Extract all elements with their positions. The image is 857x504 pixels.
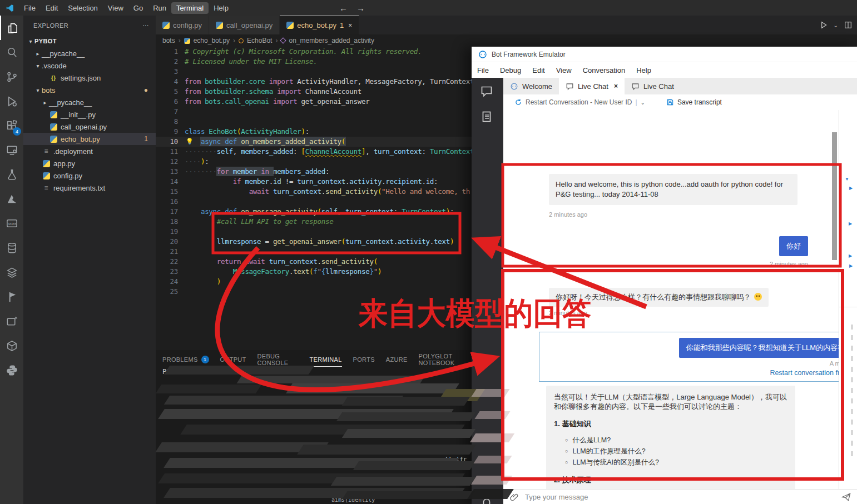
explorer-item-call-openai-py[interactable]: call_openai.py	[23, 121, 156, 133]
menu-go[interactable]: Go	[128, 2, 148, 14]
emulator-menu-view[interactable]: View	[551, 66, 577, 74]
message-timestamp: A minute ago	[830, 360, 839, 367]
remote-explorer-icon[interactable]	[0, 138, 23, 162]
save-transcript-button[interactable]: Save transcript	[677, 98, 722, 106]
panel-tab-terminal[interactable]: TERMINAL	[310, 355, 342, 367]
source-control-icon[interactable]	[0, 64, 23, 89]
transcript-file-icon[interactable]	[480, 110, 493, 126]
extensions-icon[interactable]: 4	[0, 113, 23, 138]
line-number: 2	[156, 57, 178, 67]
emulator-tab-live-chat[interactable]: Live Chat	[625, 78, 681, 94]
restart-from-here-link[interactable]: Restart conversation from here	[770, 369, 839, 377]
restart-options-chevron-icon[interactable]: ⌄	[641, 99, 645, 106]
files-icon[interactable]	[0, 16, 23, 40]
expand-triangle-icon[interactable]: ▶	[849, 253, 852, 258]
code-editor[interactable]: 1# Copyright (c) Microsoft Corporation. …	[156, 47, 472, 350]
restart-icon	[514, 98, 522, 106]
explorer-item-app-py[interactable]: app.py	[23, 157, 156, 169]
power-platform-icon[interactable]	[0, 285, 23, 309]
run-options-chevron-icon[interactable]: ⌄	[834, 22, 838, 28]
menu-selection[interactable]: Selection	[63, 2, 102, 14]
code-line-14: 14 if member.id != turn_context.activity…	[156, 177, 472, 187]
explorer-item-settings-json[interactable]: {}settings.json	[23, 72, 156, 84]
list-item: LLM的工作原理是什么?	[565, 447, 787, 456]
emulator-menu-debug[interactable]: Debug	[494, 66, 527, 74]
explorer-item-config-py[interactable]: config.py	[23, 169, 156, 182]
m365-icon[interactable]: M365	[0, 211, 23, 236]
chat-scrollbar[interactable]	[832, 132, 837, 260]
split-editor-button[interactable]	[844, 21, 853, 29]
line-number: 22	[156, 257, 178, 267]
emulator-tab-live-chat[interactable]: Live Chat×	[559, 78, 625, 94]
dev-container-icon[interactable]	[0, 309, 23, 333]
close-tab-icon[interactable]: ×	[614, 82, 618, 90]
back-arrow-icon[interactable]: ←	[339, 3, 348, 13]
forward-arrow-icon[interactable]: →	[356, 3, 365, 13]
search-icon[interactable]	[0, 40, 23, 64]
expand-triangle-icon[interactable]: ▶	[849, 221, 852, 226]
breadcrumb-folder[interactable]: bots	[162, 37, 175, 44]
expand-triangle-icon[interactable]: ▶	[849, 263, 853, 268]
censor-stripe	[342, 491, 475, 499]
line-number: 11	[156, 147, 178, 157]
emulator-menu-file[interactable]: File	[472, 66, 494, 74]
selected-activity-frame[interactable]: 你能和我那些内容呢？我想知道关于LLM的内容有那些 A minute ago R…	[539, 332, 839, 382]
line-number: 4	[156, 77, 178, 87]
message-input[interactable]	[525, 493, 841, 501]
activity-bar: 4M365	[0, 16, 23, 504]
panel-tab-ports[interactable]: PORTS	[353, 355, 375, 367]
lightbulb-icon[interactable]: 💡	[186, 137, 193, 147]
emulator-tab-welcome[interactable]: Welcome	[503, 78, 559, 94]
run-python-file-button[interactable]	[819, 21, 828, 29]
menu-edit[interactable]: Edit	[41, 2, 63, 14]
tab-echo_bot-py[interactable]: echo_bot.py1×	[280, 16, 359, 34]
panel-tab-problems[interactable]: PROBLEMS1	[162, 355, 209, 367]
menu-run[interactable]: Run	[148, 2, 171, 14]
explorer-item--pycache-[interactable]: ▸__pycache__	[23, 96, 156, 108]
panel-tab-azure[interactable]: AZURE	[386, 355, 408, 367]
azure-icon[interactable]	[0, 187, 23, 211]
menu-file[interactable]: File	[19, 2, 41, 14]
breadcrumb-class[interactable]: EchoBot	[247, 37, 272, 44]
text-file-icon: ≡	[42, 147, 51, 155]
explorer-item--init-py[interactable]: __init__.py	[23, 108, 156, 121]
vscode-titlebar: FileEditSelectionViewGoRunTerminalHelp ←…	[0, 0, 857, 16]
smile-emoji-icon	[754, 293, 762, 301]
restart-conversation-button[interactable]: Restart Conversation - New User ID	[526, 98, 632, 106]
censor-stripe	[286, 383, 459, 393]
breadcrumb-method[interactable]: on_members_added_activity	[289, 37, 374, 44]
chat-bubble-icon[interactable]	[480, 84, 493, 100]
collapse-triangle-icon[interactable]: ▼	[845, 177, 849, 182]
layers-icon[interactable]	[0, 260, 23, 285]
close-tab-icon[interactable]: ×	[348, 22, 352, 29]
panel-tab-polyglot-notebook[interactable]: POLYGLOT NOTEBOOK	[419, 355, 472, 367]
code-line-11: 11········self, members_added: [ChannelA…	[156, 147, 472, 157]
panel-tab-debug-console[interactable]: DEBUG CONSOLE	[257, 355, 299, 367]
database-icon[interactable]	[0, 236, 23, 260]
explorer-item-echo-bot-py[interactable]: echo_bot.py1	[23, 133, 156, 145]
code-line-4: 4from botbuilder.core import ActivityHan…	[156, 77, 472, 87]
tab-call_openai-py[interactable]: call_openai.py	[209, 16, 280, 34]
panel-tab-output[interactable]: OUTPUT	[220, 355, 246, 367]
container-cube-icon[interactable]	[0, 333, 23, 358]
tab-config-py[interactable]: config.py	[156, 16, 209, 34]
explorer-item--vscode[interactable]: ▾.vscode	[23, 59, 156, 72]
menu-help[interactable]: Help	[209, 2, 234, 14]
explorer-item-pybot[interactable]: ▾PYBOT	[23, 35, 156, 47]
python-icon[interactable]	[0, 358, 23, 382]
menu-view[interactable]: View	[103, 2, 128, 14]
explorer-item--pycache-[interactable]: ▸__pycache__	[23, 47, 156, 59]
explorer-item--deployment[interactable]: ≡.deployment	[23, 145, 156, 157]
breadcrumb-file[interactable]: echo_bot.py	[194, 37, 230, 44]
explorer-item-requirements-txt[interactable]: ≡requirements.txt	[23, 182, 156, 194]
emulator-menu-conversation[interactable]: Conversation	[577, 66, 631, 74]
emulator-menu-edit[interactable]: Edit	[527, 66, 550, 74]
explorer-item-bots[interactable]: ▾bots●	[23, 84, 156, 96]
run-debug-icon[interactable]	[0, 89, 23, 113]
test-flask-icon[interactable]	[0, 162, 23, 187]
emulator-menu-help[interactable]: Help	[631, 66, 657, 74]
send-message-icon[interactable]	[841, 492, 851, 502]
menu-terminal[interactable]: Terminal	[171, 2, 209, 14]
expand-triangle-icon[interactable]: ▶	[849, 186, 853, 191]
explorer-more-actions[interactable]: ⋯	[143, 22, 149, 29]
